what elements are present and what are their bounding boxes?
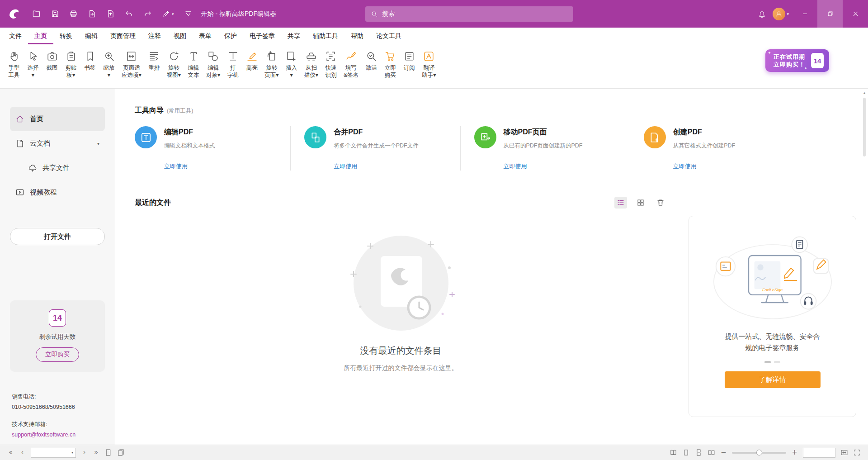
scroll-up-icon[interactable]: ▴	[862, 90, 867, 95]
ribbon-highlight[interactable]: 高亮	[242, 50, 261, 72]
undo-icon	[125, 9, 133, 18]
ribbon-fill-sign[interactable]: 填写&签名	[340, 50, 362, 80]
ribbon-rotate-pages[interactable]: 旋转页面▾	[261, 50, 282, 80]
redo-button[interactable]	[140, 7, 155, 21]
first-page-icon[interactable]: «	[7, 449, 14, 456]
ribbon-snapshot[interactable]: 截图	[42, 50, 61, 72]
learn-more-button[interactable]: 了解详情	[725, 371, 821, 388]
menu-tab-6[interactable]: 视图	[167, 28, 193, 44]
toolbar-options-button[interactable]	[181, 7, 196, 21]
ribbon-reflow[interactable]: 重排	[145, 50, 164, 72]
page-stack-icon[interactable]	[117, 449, 125, 456]
menu-tab-7[interactable]: 表单	[193, 28, 218, 44]
ribbon-buy-now[interactable]: 立即购买	[381, 50, 400, 80]
menu-tab-2[interactable]: 转换	[53, 28, 79, 44]
zoom-in-icon[interactable]: +	[791, 449, 798, 456]
ribbon-zoom[interactable]: 缩放▾	[99, 50, 118, 80]
carousel-dot-2[interactable]	[774, 361, 780, 363]
ribbon-hand-tool[interactable]: 手型工具	[5, 50, 24, 80]
carousel-dot-1[interactable]	[764, 361, 771, 363]
account-button[interactable]: ▾	[769, 5, 792, 23]
sidebar-item-shared-files[interactable]: 共享文件	[10, 156, 105, 180]
last-page-icon[interactable]: »	[93, 449, 99, 456]
sidebar-item-cloud-docs[interactable]: 云文档▾	[10, 131, 105, 156]
menu-tab-4[interactable]: 页面管理	[104, 28, 142, 44]
create-pdf-use-now-link[interactable]: 立即使用	[673, 162, 697, 171]
zoom-level-input[interactable]	[803, 448, 835, 458]
ribbon-activate[interactable]: 激活	[362, 50, 381, 72]
vertical-scrollbar[interactable]: ▴	[862, 90, 867, 444]
list-view-button[interactable]	[614, 197, 627, 209]
print-button[interactable]	[66, 7, 81, 21]
menu-tab-5[interactable]: 注释	[142, 28, 167, 44]
menu-tab-13[interactable]: 论文工具	[370, 28, 408, 44]
facing-view-icon[interactable]	[708, 449, 715, 456]
close-button[interactable]	[843, 0, 868, 28]
insert-pages-label: 插入▾	[286, 64, 297, 79]
zoom-slider-thumb[interactable]	[756, 450, 762, 455]
share-file-button[interactable]	[103, 7, 118, 21]
prev-page-icon[interactable]: ‹	[19, 449, 26, 456]
ribbon-page-fit-options[interactable]: 页面适应选项▾	[118, 50, 145, 80]
minimize-button[interactable]	[792, 0, 817, 28]
trial-badge[interactable]: ✦ ✦ 正在试用期 立即购买！ 14	[765, 49, 829, 72]
next-page-icon[interactable]: ›	[81, 449, 88, 456]
open-file-button[interactable]: 打开文件	[10, 228, 105, 245]
continuous-view-icon[interactable]	[695, 449, 703, 456]
zoom-slider[interactable]	[732, 452, 786, 454]
single-page-view-icon[interactable]	[682, 449, 690, 456]
menu-tab-10[interactable]: 共享	[281, 28, 307, 44]
menu-tab-12[interactable]: 帮助	[344, 28, 370, 44]
buy-now-button[interactable]: 立即购买	[36, 347, 79, 362]
notifications-button[interactable]	[755, 7, 769, 21]
ribbon-bookmark[interactable]: 书签	[80, 50, 99, 72]
home-icon	[15, 114, 24, 123]
edit-pdf-use-now-link[interactable]: 立即使用	[164, 162, 188, 171]
menu-tab-0[interactable]: 文件	[3, 28, 28, 44]
menu-tab-8[interactable]: 保护	[218, 28, 243, 44]
fit-controls	[840, 449, 861, 456]
merge-pdf-use-now-link[interactable]: 立即使用	[334, 162, 357, 171]
move-pdf-pages-use-now-link[interactable]: 立即使用	[504, 162, 527, 171]
support-email-link[interactable]: support@foxitsoftware.cn	[12, 430, 103, 440]
page-number-input[interactable]: ▾	[31, 448, 76, 458]
sidebar-item-video-tutorials[interactable]: 视频教程	[10, 180, 105, 204]
grid-view-button[interactable]	[634, 197, 647, 209]
single-page-icon[interactable]	[104, 449, 112, 456]
fill-sign-label: 填写&签名	[344, 64, 359, 79]
ribbon-edit-text[interactable]: 编辑文本	[184, 50, 203, 80]
menu-tab-1[interactable]: 主页	[28, 28, 53, 44]
ribbon-edit-object[interactable]: 编辑对象▾	[203, 50, 223, 80]
save-button[interactable]	[47, 7, 62, 21]
menu-tab-3[interactable]: 编辑	[79, 28, 104, 44]
reading-mode-icon[interactable]	[670, 449, 677, 456]
chevron-down-icon[interactable]: ▾	[69, 448, 75, 457]
sign-tool-button[interactable]: ▾	[159, 7, 177, 21]
trash-icon	[656, 199, 665, 207]
fullscreen-icon[interactable]	[853, 449, 861, 456]
ribbon-rotate-view[interactable]: 旋转视图▾	[164, 50, 184, 80]
zoom-out-icon[interactable]: −	[720, 449, 727, 456]
open-folder-button[interactable]	[29, 7, 44, 21]
fit-width-icon[interactable]	[840, 449, 848, 456]
ribbon-select[interactable]: 选择▾	[24, 50, 42, 80]
menu-tab-9[interactable]: 电子签章	[243, 28, 281, 44]
page-number-field[interactable]	[31, 448, 69, 457]
search-box[interactable]: 搜索	[365, 6, 573, 22]
ribbon-clipboard[interactable]: 剪贴板▾	[61, 50, 80, 80]
ribbon-translate-assistant[interactable]: 翻译助手▾	[419, 50, 439, 80]
trial-badge-line1: 正在试用期	[774, 53, 805, 61]
clear-recent-button[interactable]	[654, 197, 667, 209]
ribbon-typewriter[interactable]: 打字机	[223, 50, 242, 80]
ribbon-from-scanner[interactable]: 从扫描仪▾	[301, 50, 321, 80]
undo-button[interactable]	[122, 7, 137, 21]
menu-tab-11[interactable]: 辅助工具	[307, 28, 344, 44]
export-file-button[interactable]	[85, 7, 99, 21]
tool-cards: 编辑PDF编辑文档和文本格式立即使用合并PDF将多个文件合并生成一个PDF文件立…	[135, 126, 799, 171]
ribbon-subscribe[interactable]: 订阅	[400, 50, 419, 72]
sidebar-item-home[interactable]: 首页	[10, 107, 105, 131]
ribbon-quick-ocr[interactable]: 快速识别	[321, 50, 340, 80]
chevron-down-icon[interactable]: ▾	[97, 141, 99, 146]
restore-button[interactable]	[817, 0, 843, 28]
ribbon-insert-pages[interactable]: 插入▾	[282, 50, 301, 80]
